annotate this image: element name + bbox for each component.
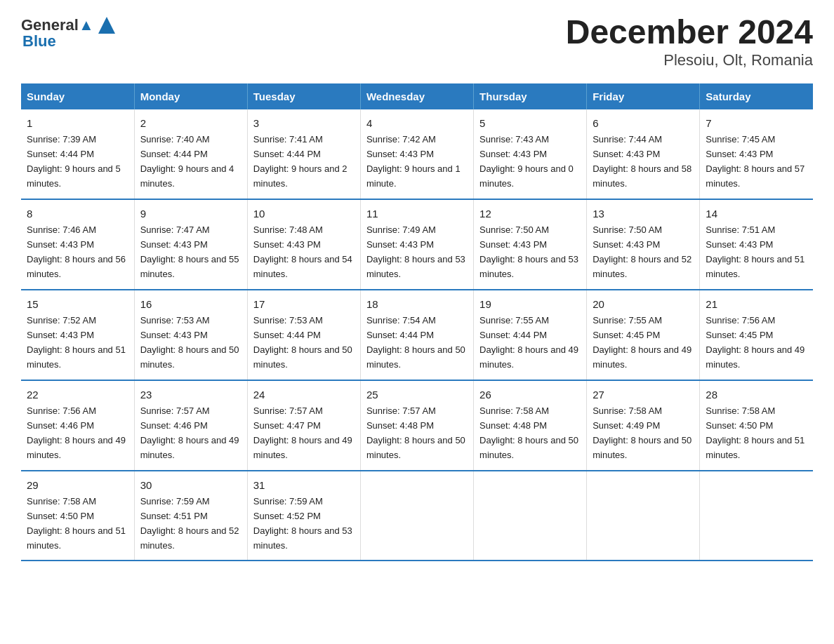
day-number: 13 — [593, 206, 694, 222]
day-cell: 23Sunrise: 7:57 AMSunset: 4:46 PMDayligh… — [134, 380, 247, 471]
page-header: General▲ Blue December 2024 Plesoiu, Olt… — [21, 14, 813, 69]
day-cell: 21Sunrise: 7:56 AMSunset: 4:45 PMDayligh… — [700, 290, 813, 380]
day-info: Sunrise: 7:58 AMSunset: 4:50 PMDaylight:… — [706, 405, 805, 460]
day-cell: 19Sunrise: 7:55 AMSunset: 4:44 PMDayligh… — [474, 290, 587, 380]
day-cell: 3Sunrise: 7:41 AMSunset: 4:44 PMDaylight… — [247, 109, 360, 199]
day-cell: 27Sunrise: 7:58 AMSunset: 4:49 PMDayligh… — [587, 380, 700, 471]
day-number: 22 — [27, 387, 128, 403]
day-number: 5 — [479, 115, 581, 131]
day-info: Sunrise: 7:48 AMSunset: 4:43 PMDaylight:… — [253, 224, 352, 279]
day-cell: 18Sunrise: 7:54 AMSunset: 4:44 PMDayligh… — [360, 290, 473, 380]
day-number: 10 — [253, 206, 355, 222]
day-number: 11 — [366, 206, 468, 222]
day-cell: 31Sunrise: 7:59 AMSunset: 4:52 PMDayligh… — [247, 471, 360, 561]
day-number: 29 — [27, 477, 128, 493]
day-cell — [700, 471, 813, 561]
week-row-3: 15Sunrise: 7:52 AMSunset: 4:43 PMDayligh… — [21, 290, 813, 380]
day-number: 7 — [706, 115, 807, 131]
day-cell: 17Sunrise: 7:53 AMSunset: 4:44 PMDayligh… — [247, 290, 360, 380]
day-number: 3 — [253, 115, 355, 131]
day-cell: 12Sunrise: 7:50 AMSunset: 4:43 PMDayligh… — [474, 199, 587, 290]
day-info: Sunrise: 7:55 AMSunset: 4:44 PMDaylight:… — [479, 315, 578, 370]
header-row: SundayMondayTuesdayWednesdayThursdayFrid… — [21, 83, 813, 109]
day-number: 20 — [593, 296, 694, 312]
day-info: Sunrise: 7:56 AMSunset: 4:45 PMDaylight:… — [706, 315, 805, 370]
day-cell: 28Sunrise: 7:58 AMSunset: 4:50 PMDayligh… — [700, 380, 813, 471]
header-cell-thursday: Thursday — [474, 83, 587, 109]
day-info: Sunrise: 7:41 AMSunset: 4:44 PMDaylight:… — [253, 134, 348, 189]
day-cell: 16Sunrise: 7:53 AMSunset: 4:43 PMDayligh… — [134, 290, 247, 380]
day-number: 27 — [593, 387, 694, 403]
day-number: 19 — [479, 296, 581, 312]
day-info: Sunrise: 7:50 AMSunset: 4:43 PMDaylight:… — [479, 224, 578, 279]
day-number: 24 — [253, 387, 355, 403]
day-cell: 25Sunrise: 7:57 AMSunset: 4:48 PMDayligh… — [360, 380, 473, 471]
day-number: 1 — [27, 115, 128, 131]
day-cell: 4Sunrise: 7:42 AMSunset: 4:43 PMDaylight… — [360, 109, 473, 199]
day-info: Sunrise: 7:57 AMSunset: 4:48 PMDaylight:… — [366, 405, 465, 460]
day-number: 21 — [706, 296, 807, 312]
day-info: Sunrise: 7:45 AMSunset: 4:43 PMDaylight:… — [706, 134, 805, 189]
title-block: December 2024 Plesoiu, Olt, Romania — [566, 14, 813, 69]
day-cell — [474, 471, 587, 561]
day-info: Sunrise: 7:42 AMSunset: 4:43 PMDaylight:… — [366, 134, 461, 189]
header-cell-saturday: Saturday — [700, 83, 813, 109]
day-cell: 6Sunrise: 7:44 AMSunset: 4:43 PMDaylight… — [587, 109, 700, 199]
calendar-location: Plesoiu, Olt, Romania — [566, 51, 813, 69]
day-number: 31 — [253, 477, 355, 493]
day-number: 16 — [140, 296, 241, 312]
day-number: 14 — [706, 206, 807, 222]
day-number: 23 — [140, 387, 241, 403]
svg-marker-0 — [98, 17, 115, 34]
day-info: Sunrise: 7:53 AMSunset: 4:43 PMDaylight:… — [140, 315, 239, 370]
day-number: 18 — [366, 296, 468, 312]
day-cell: 8Sunrise: 7:46 AMSunset: 4:43 PMDaylight… — [21, 199, 134, 290]
day-info: Sunrise: 7:55 AMSunset: 4:45 PMDaylight:… — [593, 315, 691, 370]
week-row-2: 8Sunrise: 7:46 AMSunset: 4:43 PMDaylight… — [21, 199, 813, 290]
day-info: Sunrise: 7:40 AMSunset: 4:44 PMDaylight:… — [140, 134, 234, 189]
day-cell — [587, 471, 700, 561]
day-info: Sunrise: 7:47 AMSunset: 4:43 PMDaylight:… — [140, 224, 239, 279]
header-cell-friday: Friday — [587, 83, 700, 109]
day-cell: 14Sunrise: 7:51 AMSunset: 4:43 PMDayligh… — [700, 199, 813, 290]
header-cell-tuesday: Tuesday — [247, 83, 360, 109]
day-info: Sunrise: 7:51 AMSunset: 4:43 PMDaylight:… — [706, 224, 805, 279]
day-number: 25 — [366, 387, 468, 403]
day-info: Sunrise: 7:57 AMSunset: 4:46 PMDaylight:… — [140, 405, 239, 460]
day-cell: 11Sunrise: 7:49 AMSunset: 4:43 PMDayligh… — [360, 199, 473, 290]
day-info: Sunrise: 7:53 AMSunset: 4:44 PMDaylight:… — [253, 315, 352, 370]
day-info: Sunrise: 7:39 AMSunset: 4:44 PMDaylight:… — [27, 134, 121, 189]
day-cell — [360, 471, 473, 561]
day-info: Sunrise: 7:59 AMSunset: 4:51 PMDaylight:… — [140, 496, 239, 551]
day-number: 17 — [253, 296, 355, 312]
day-number: 2 — [140, 115, 241, 131]
day-info: Sunrise: 7:56 AMSunset: 4:46 PMDaylight:… — [27, 405, 126, 460]
day-info: Sunrise: 7:58 AMSunset: 4:48 PMDaylight:… — [479, 405, 578, 460]
day-cell: 30Sunrise: 7:59 AMSunset: 4:51 PMDayligh… — [134, 471, 247, 561]
logo: General▲ Blue — [21, 14, 118, 51]
day-info: Sunrise: 7:52 AMSunset: 4:43 PMDaylight:… — [27, 315, 126, 370]
header-cell-monday: Monday — [134, 83, 247, 109]
day-cell: 20Sunrise: 7:55 AMSunset: 4:45 PMDayligh… — [587, 290, 700, 380]
day-number: 8 — [27, 206, 128, 222]
day-info: Sunrise: 7:50 AMSunset: 4:43 PMDaylight:… — [593, 224, 691, 279]
logo-icon — [95, 14, 118, 36]
day-info: Sunrise: 7:46 AMSunset: 4:43 PMDaylight:… — [27, 224, 126, 279]
day-info: Sunrise: 7:58 AMSunset: 4:50 PMDaylight:… — [27, 496, 126, 551]
day-cell: 7Sunrise: 7:45 AMSunset: 4:43 PMDaylight… — [700, 109, 813, 199]
day-number: 6 — [593, 115, 694, 131]
day-info: Sunrise: 7:44 AMSunset: 4:43 PMDaylight:… — [593, 134, 691, 189]
day-info: Sunrise: 7:59 AMSunset: 4:52 PMDaylight:… — [253, 496, 352, 551]
week-row-4: 22Sunrise: 7:56 AMSunset: 4:46 PMDayligh… — [21, 380, 813, 471]
day-number: 26 — [479, 387, 581, 403]
day-number: 28 — [706, 387, 807, 403]
day-cell: 2Sunrise: 7:40 AMSunset: 4:44 PMDaylight… — [134, 109, 247, 199]
day-cell: 22Sunrise: 7:56 AMSunset: 4:46 PMDayligh… — [21, 380, 134, 471]
day-number: 12 — [479, 206, 581, 222]
day-info: Sunrise: 7:43 AMSunset: 4:43 PMDaylight:… — [479, 134, 574, 189]
day-cell: 24Sunrise: 7:57 AMSunset: 4:47 PMDayligh… — [247, 380, 360, 471]
day-cell: 10Sunrise: 7:48 AMSunset: 4:43 PMDayligh… — [247, 199, 360, 290]
day-cell: 26Sunrise: 7:58 AMSunset: 4:48 PMDayligh… — [474, 380, 587, 471]
day-info: Sunrise: 7:49 AMSunset: 4:43 PMDaylight:… — [366, 224, 465, 279]
day-cell: 1Sunrise: 7:39 AMSunset: 4:44 PMDaylight… — [21, 109, 134, 199]
